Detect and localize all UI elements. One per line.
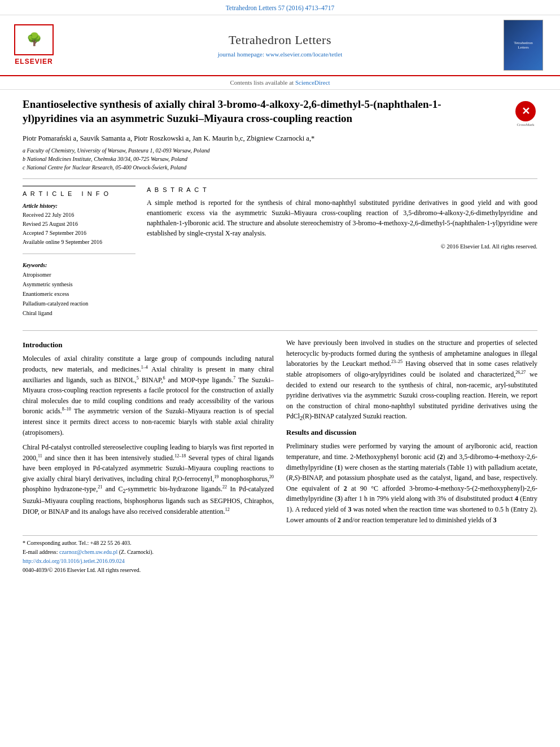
article-title-section: Enantioselective synthesis of axially ch… bbox=[23, 98, 537, 128]
introduction-heading: Introduction bbox=[23, 340, 274, 350]
authors: Piotr Pomarański a, Sauvik Samanta a, Pi… bbox=[23, 134, 537, 144]
results-heading: Results and discussion bbox=[286, 427, 537, 438]
history-label: Article history: bbox=[23, 202, 135, 211]
intro-para2: Chiral Pd-catalyst controlled stereosele… bbox=[23, 442, 274, 517]
ref-12b: 12 bbox=[225, 507, 230, 512]
journal-title: Tetrahedron Letters bbox=[56, 32, 504, 49]
keywords-section: Keywords: Atropisomer Asymmetric synthes… bbox=[23, 261, 135, 318]
info-abstract-section: A R T I C L E I N F O Article history: R… bbox=[23, 186, 537, 324]
affiliation-b: b National Medicines Institute, Chełmska… bbox=[23, 156, 187, 162]
doi-line: http://dx.doi.org/10.1016/j.tetlet.2016.… bbox=[23, 557, 537, 565]
article-info-box: A R T I C L E I N F O Article history: R… bbox=[23, 186, 135, 318]
keyword-1: Atropisomer bbox=[23, 270, 135, 279]
email-address[interactable]: czarnoz@chem.uw.edu.pl bbox=[59, 549, 117, 555]
revised-date: Revised 25 August 2016 bbox=[23, 220, 135, 229]
ref-23-25: 23–25 bbox=[391, 359, 403, 364]
article-title: Enantioselective synthesis of axially ch… bbox=[23, 98, 485, 125]
abstract-text: A simple method is reported for the synt… bbox=[147, 198, 537, 238]
ref-20: 20 bbox=[269, 474, 274, 479]
divider-info bbox=[23, 254, 135, 254]
ref-5: 5 bbox=[137, 375, 139, 381]
affiliation-a: a Faculty of Chemistry, University of Wa… bbox=[23, 147, 209, 154]
crossmark-label: CrossMark bbox=[517, 123, 534, 128]
abstract-label: A B S T R A C T bbox=[147, 186, 537, 194]
body-left-col: Introduction Molecules of axial chiralit… bbox=[23, 338, 274, 530]
available-date: Available online 9 September 2016 bbox=[23, 238, 135, 247]
email-note: E-mail address: czarnoz@chem.uw.edu.pl (… bbox=[23, 548, 537, 556]
thumb-title: TetrahedronLetters bbox=[514, 41, 533, 50]
journal-homepage: journal homepage: www.elsevier.com/locat… bbox=[56, 50, 504, 59]
corresponding-note: * Corresponding author. Tel.: +48 22 55 … bbox=[23, 539, 537, 547]
keyword-5: Chiral ligand bbox=[23, 308, 135, 318]
ref-7: 7 bbox=[233, 375, 235, 381]
crossmark-icon: ✕ bbox=[515, 101, 536, 121]
citation-text: Tetrahedron Letters 57 (2016) 4713–4717 bbox=[226, 5, 335, 11]
tree-icon: 🌳 bbox=[27, 31, 42, 49]
results-para2: Preliminary studies were performed by va… bbox=[286, 441, 537, 525]
ref-1-4: 1–4 bbox=[141, 365, 148, 370]
results-intro-para1: We have previously been involved in stud… bbox=[286, 338, 537, 423]
contents-label: Contents lists available at bbox=[230, 79, 295, 86]
copyright: © 2016 Elsevier Ltd. All rights reserved… bbox=[147, 243, 537, 251]
article-info-col: A R T I C L E I N F O Article history: R… bbox=[23, 186, 135, 324]
journal-citation: Tetrahedron Letters 57 (2016) 4713–4717 bbox=[0, 0, 560, 15]
ref-6: 6 bbox=[163, 375, 165, 381]
accepted-date: Accepted 7 September 2016 bbox=[23, 229, 135, 238]
ref-12-18: 12–18 bbox=[174, 453, 186, 458]
elsevier-logo: 🌳 ELSEVIER bbox=[11, 24, 56, 67]
affiliations: a Faculty of Chemistry, University of Wa… bbox=[23, 146, 537, 172]
affiliation-c: c National Centre for Nuclear Research, … bbox=[23, 164, 186, 171]
journal-header: 🌳 ELSEVIER Tetrahedron Letters journal h… bbox=[0, 15, 560, 76]
ref-21: 21 bbox=[98, 484, 102, 490]
ref-11: 11 bbox=[38, 453, 42, 458]
issn-line: 0040-4039/© 2016 Elsevier Ltd. All right… bbox=[23, 566, 537, 574]
doi-link[interactable]: http://dx.doi.org/10.1016/j.tetlet.2016.… bbox=[23, 558, 125, 564]
ref-22: 22 bbox=[222, 484, 227, 490]
elsevier-text: ELSEVIER bbox=[15, 57, 53, 67]
logo-box: 🌳 bbox=[14, 24, 54, 55]
crossmark: ✕ CrossMark bbox=[514, 101, 537, 128]
divider-2 bbox=[23, 330, 537, 331]
abstract-col: A B S T R A C T A simple method is repor… bbox=[147, 186, 537, 324]
ref-26-27: 26,27 bbox=[515, 370, 526, 375]
keyword-2: Asymmetric synthesis bbox=[23, 279, 135, 289]
sciencedirect-link[interactable]: ScienceDirect bbox=[295, 79, 330, 86]
divider-1 bbox=[23, 178, 537, 179]
intro-para1: Molecules of axial chirality constitute … bbox=[23, 353, 274, 438]
email-name: (Z. Czarnocki). bbox=[119, 549, 154, 555]
body-section: Introduction Molecules of axial chiralit… bbox=[23, 338, 537, 530]
journal-title-section: Tetrahedron Letters journal homepage: ww… bbox=[56, 32, 504, 59]
abstract-box: A B S T R A C T A simple method is repor… bbox=[147, 186, 537, 251]
keywords-list: Atropisomer Asymmetric synthesis Enantio… bbox=[23, 270, 135, 318]
body-right-col: We have previously been involved in stud… bbox=[286, 338, 537, 530]
received-date: Received 22 July 2016 bbox=[23, 211, 135, 220]
keyword-3: Enantiomeric excess bbox=[23, 289, 135, 299]
ref-8-10: 8–10 bbox=[62, 407, 71, 412]
article-info-label: A R T I C L E I N F O bbox=[23, 190, 135, 198]
article-main: Enantioselective synthesis of axially ch… bbox=[0, 90, 560, 581]
keywords-label: Keywords: bbox=[23, 261, 135, 270]
article-footer: * Corresponding author. Tel.: +48 22 55 … bbox=[23, 535, 537, 574]
ref-19: 19 bbox=[214, 474, 218, 479]
article-history: Article history: Received 22 July 2016 R… bbox=[23, 202, 135, 247]
contents-bar: Contents lists available at ScienceDirec… bbox=[0, 76, 560, 90]
keyword-4: Palladium-catalyzed reaction bbox=[23, 299, 135, 308]
journal-thumbnail: TetrahedronLetters bbox=[504, 20, 543, 71]
email-label: E-mail address: bbox=[23, 549, 59, 555]
